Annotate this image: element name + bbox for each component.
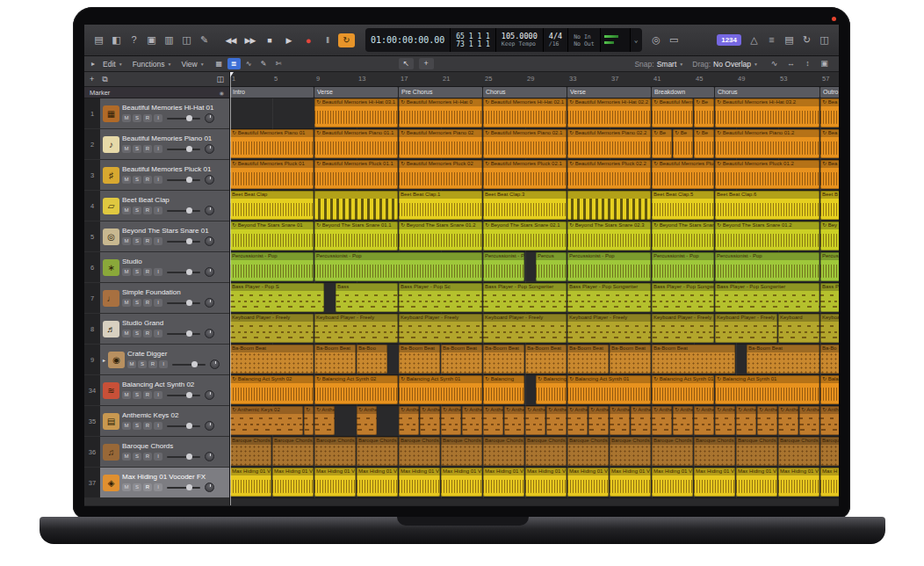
track-volume-slider[interactable]	[167, 118, 200, 120]
region[interactable]: ↻ Anthe	[778, 406, 798, 435]
region[interactable]: Percussionist - Pop	[567, 252, 651, 281]
track-input-button[interactable]: I	[154, 391, 162, 399]
track-solo-button[interactable]: S	[133, 453, 141, 461]
disclosure-triangle-icon[interactable]: ▸	[103, 357, 105, 363]
track-header[interactable]: 34≋Balancing Act Synth 02MSRI	[84, 375, 229, 405]
region[interactable]: ↻ Beautiful Memories Pluck 01	[230, 160, 314, 189]
track-name[interactable]: Beautiful Memories Pluck 01	[122, 165, 227, 173]
region[interactable]: ↻ Beautiful Memories Piano 01.2	[715, 129, 819, 158]
tuner-icon[interactable]: ◎	[649, 33, 664, 47]
region[interactable]: ↻ Anthe	[399, 406, 419, 435]
record-button[interactable]: ●	[300, 33, 316, 47]
region[interactable]: Bass Player - Pop Sc	[399, 283, 482, 312]
track-volume-slider[interactable]	[167, 241, 200, 243]
region[interactable]: Max Hiding 01 V	[736, 468, 777, 497]
track-header[interactable]: 35▤Anthemic Keys 02MSRI	[84, 406, 229, 436]
track-record-button[interactable]: R	[143, 268, 152, 276]
track-pan-knob[interactable]	[205, 144, 214, 154]
region[interactable]: Ba-Bo	[820, 345, 839, 374]
region[interactable]: ↻ Anthe	[757, 406, 777, 435]
secondary-tool-button[interactable]: +	[419, 58, 434, 69]
region[interactable]: ↻ Beyond The Stars Snare 01.2	[715, 221, 819, 250]
track-mute-button[interactable]: M	[122, 237, 131, 245]
lcd-display[interactable]: 01:00:00:00.00 65 1 1 1 73 1 1 1 105.000…	[365, 28, 642, 52]
region[interactable]: ↻ Balancing Act Synth 01	[399, 375, 482, 404]
region[interactable]: ↻ Anthe	[314, 406, 335, 435]
region[interactable]: ↻ Anthe	[483, 406, 503, 435]
region[interactable]: Percus	[536, 252, 567, 281]
marker-track-toggle-icon[interactable]: ◉	[220, 90, 224, 96]
region[interactable]: ↻ Beyond The Stars Snare 02.1	[483, 221, 567, 250]
section-marker-chorus[interactable]: Chorus	[483, 87, 567, 98]
region[interactable]: Max Hiding 01 V	[314, 468, 356, 497]
region[interactable]: Percussionist - Pop	[483, 252, 524, 281]
menu-functions[interactable]: Functions ▼	[133, 60, 172, 69]
region[interactable]: Ba-Boom Beat	[567, 345, 609, 374]
track-solo-button[interactable]: S	[133, 176, 141, 184]
count-in-button[interactable]: 1234	[717, 34, 741, 46]
region[interactable]: Percussionist - Pop	[314, 252, 482, 281]
forward-button[interactable]: ▶▶	[242, 33, 258, 47]
region[interactable]: ↻ Anthe	[462, 406, 482, 435]
note-pads-icon[interactable]: ▤	[782, 33, 797, 47]
pause-button[interactable]: ‖	[319, 33, 336, 47]
track-record-button[interactable]: R	[143, 299, 152, 307]
region[interactable]: ↻ Beautiful Memories Pluck 02.3	[652, 160, 714, 189]
track-volume-slider[interactable]	[172, 364, 206, 366]
region[interactable]: ↻ Beautiful Memories Hi-Hat 03.1	[314, 98, 398, 127]
track-input-button[interactable]: I	[154, 145, 162, 153]
scissors-icon[interactable]: ✄	[272, 58, 285, 69]
region[interactable]: ↻ Balancing Act Synth 01	[567, 375, 651, 404]
drag-dropdown[interactable]: Drag: No Overlap ▼	[692, 60, 758, 69]
track-input-button[interactable]: I	[154, 330, 162, 337]
track-solo-button[interactable]: S	[133, 207, 141, 214]
region[interactable]: ↻ Be	[652, 129, 672, 158]
region[interactable]: ↻ Be	[673, 129, 693, 158]
section-marker-verse[interactable]: Verse	[314, 87, 398, 98]
region[interactable]: ↻ Beautiful Memories Pluck 02.1	[483, 160, 567, 189]
track-input-button[interactable]: I	[154, 268, 162, 276]
library-icon[interactable]: ▤	[91, 33, 106, 47]
region[interactable]: ↻ Anthe	[357, 406, 377, 435]
track-volume-slider[interactable]	[167, 149, 200, 150]
region[interactable]: ↻ Anthe	[652, 406, 672, 435]
region[interactable]: Max Hiding 01 V	[230, 468, 271, 497]
region[interactable]: Bass Player - Pop Songwriter	[652, 283, 714, 312]
region[interactable]: ↻ Beautiful Memories Pluck 02.2	[567, 160, 651, 189]
track-name[interactable]: Beyond The Stars Snare 01	[122, 227, 227, 235]
region[interactable]: ↻ Beautiful Memories Piano 02.1	[483, 129, 567, 158]
region[interactable]: Keyboard Player - Freely	[314, 314, 398, 343]
editors-icon[interactable]: ◫	[179, 33, 194, 47]
region[interactable]: ↻ Anthe	[610, 406, 630, 435]
track-mute-button[interactable]: M	[122, 453, 131, 461]
track-header[interactable]: 2♪Beautiful Memories Piano 01MSRI	[84, 129, 229, 159]
region[interactable]	[567, 191, 651, 220]
v-zoom-icon[interactable]: ↕	[800, 58, 815, 69]
region[interactable]: Ba-Boom Beat	[399, 345, 440, 374]
region[interactable]: ↻ Anthe	[820, 406, 839, 435]
region[interactable]: Beet Beat Clap.6	[715, 191, 819, 220]
track-pan-knob[interactable]	[205, 175, 214, 185]
region[interactable]: ↻ Beautiful Memories Piano 01.1	[314, 129, 398, 158]
track-input-button[interactable]: I	[154, 453, 162, 461]
region[interactable]: ↻ Beautiful Memories Hi-Hat 02	[652, 98, 693, 127]
region[interactable]: ↻ Anthemic Keys 02	[230, 406, 303, 435]
region[interactable]: Baroque Chords	[652, 437, 693, 466]
track-solo-button[interactable]: S	[133, 299, 141, 307]
snap-dropdown[interactable]: Snap: Smart ▼	[634, 60, 683, 69]
track-header[interactable]: 1▦Beautiful Memories Hi-Hat 01MSRI	[84, 98, 229, 128]
region[interactable]: ↻ Beyond The Stars Snare 01	[230, 221, 314, 250]
region[interactable]: ↻ Anthe	[567, 406, 588, 435]
region[interactable]: ↻ Beautiful Memories Hi-Hat 02.1	[483, 98, 567, 127]
region[interactable]: Max Hiding 01 V	[567, 468, 609, 497]
section-marker-verse[interactable]: Verse	[567, 87, 651, 98]
zoom-preset-icon[interactable]: ▣	[817, 58, 832, 69]
lcd-time[interactable]: 01:00:00:00.00	[365, 28, 451, 52]
region[interactable]: ↻ Beautiful Memories Pluck 01.2	[715, 160, 819, 189]
lcd-chevron-icon[interactable]: ⌄	[631, 28, 642, 52]
track-header[interactable]: 37◈Max Hiding 01 Vocoder FXMSRI	[84, 468, 229, 497]
automation-icon[interactable]: ✎	[197, 33, 212, 47]
region[interactable]: Baroque Chords	[272, 437, 314, 466]
track-header[interactable]: 5◎Beyond The Stars Snare 01MSRI	[84, 221, 229, 251]
region[interactable]: Percussionist - Pop	[652, 252, 714, 281]
